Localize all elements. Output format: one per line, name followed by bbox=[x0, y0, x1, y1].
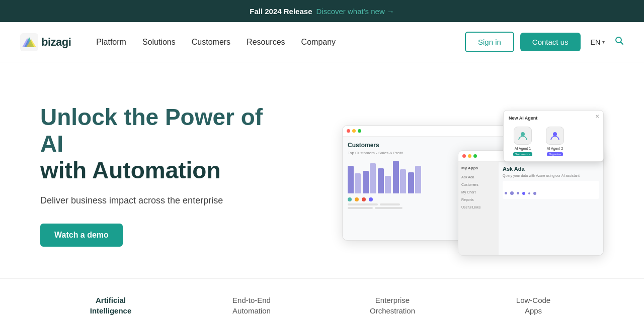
nav-link-platform[interactable]: Platform bbox=[96, 38, 126, 47]
chevron-down-icon: ▾ bbox=[602, 39, 605, 45]
my-apps-sidebar-title: My Apps bbox=[461, 166, 496, 170]
scatter-dot bbox=[517, 192, 519, 194]
bar-group-3 bbox=[378, 168, 391, 193]
watch-demo-button[interactable]: Watch a demo bbox=[40, 224, 123, 247]
bar bbox=[408, 172, 414, 193]
nav-links: Platform Solutions Customers Resources C… bbox=[96, 38, 465, 47]
hero-title-line2: with Automation bbox=[40, 157, 221, 183]
bar bbox=[385, 176, 391, 193]
line-placeholder bbox=[380, 203, 400, 205]
ai-agent-2-name: AI Agent 2 bbox=[547, 147, 563, 150]
banner-discover-link[interactable]: Discover what's new → bbox=[316, 7, 394, 16]
bar bbox=[378, 168, 384, 193]
feature-label-orchestration: EnterpriseOrchestration bbox=[322, 295, 463, 316]
scatter-dot bbox=[533, 192, 536, 195]
lang-label: EN bbox=[591, 38, 600, 46]
ai-agent-1-name: AI Agent 1 bbox=[515, 147, 531, 150]
window-dot-red bbox=[347, 129, 350, 133]
feature-item-ai: ArtificialIntelligence bbox=[40, 295, 181, 316]
svg-line-5 bbox=[621, 42, 623, 45]
ai-agent-card-1: AI Agent 1 Summarize bbox=[509, 127, 537, 156]
apps-content: My Apps Ask Ada Customers My Chart Repor… bbox=[458, 162, 603, 255]
feature-item-orchestration: EnterpriseOrchestration bbox=[322, 295, 463, 316]
sidebar-item-reports: Reports bbox=[461, 197, 496, 202]
ai-agent-2-badge: Organize bbox=[547, 152, 563, 156]
colored-dot bbox=[348, 197, 352, 201]
scatter-dot bbox=[522, 192, 525, 195]
window-dot-yellow bbox=[352, 129, 356, 133]
hero-title-line1: Unlock the Power of AI bbox=[40, 104, 263, 157]
nav-link-solutions[interactable]: Solutions bbox=[142, 38, 176, 47]
ai-agent-2-avatar bbox=[546, 127, 564, 145]
apps-main-panel: Ask Ada Query your data with Azure using… bbox=[499, 162, 603, 255]
sidebar-item-customers: Customers bbox=[461, 182, 496, 187]
hero-content: Unlock the Power of AI with Automation D… bbox=[40, 104, 282, 247]
scatter-dot bbox=[510, 191, 514, 195]
bar bbox=[348, 166, 354, 193]
ai-agent-popup-title: New AI Agent bbox=[509, 116, 598, 121]
colored-dot bbox=[362, 197, 366, 201]
ai-agent-1-badge: Summarize bbox=[513, 152, 532, 156]
scatter-dots bbox=[505, 189, 536, 197]
customers-window-title: Customers bbox=[348, 142, 518, 149]
lang-selector[interactable]: EN ▾ bbox=[591, 38, 605, 46]
sidebar-item-links: Useful Links bbox=[461, 204, 496, 210]
ask-ada-title: Ask Ada bbox=[503, 166, 599, 172]
agent-icon bbox=[549, 130, 560, 141]
search-icon bbox=[615, 36, 624, 45]
ai-agent-popup: ✕ New AI Agent AI Agent 1 Summarize bbox=[503, 110, 604, 162]
colored-dot bbox=[355, 197, 359, 201]
hero-section: Unlock the Power of AI with Automation D… bbox=[0, 62, 644, 278]
window-dot-yellow bbox=[468, 154, 471, 158]
signin-button[interactable]: Sign in bbox=[465, 32, 514, 52]
contact-button[interactable]: Contact us bbox=[520, 33, 581, 51]
top-banner: Fall 2024 Release Discover what's new → bbox=[0, 0, 644, 22]
line-placeholder bbox=[375, 207, 403, 209]
colored-dot bbox=[369, 197, 373, 201]
window-dot-red bbox=[462, 154, 466, 158]
hero-title: Unlock the Power of AI with Automation bbox=[40, 104, 282, 184]
ai-agent-1-avatar bbox=[514, 127, 532, 145]
bar bbox=[400, 169, 406, 193]
nav-link-customers[interactable]: Customers bbox=[192, 38, 230, 47]
dashboard-mockup: Customers Top Customers - Sales & Profit bbox=[342, 110, 604, 241]
banner-release-text: Fall 2024 Release bbox=[250, 7, 312, 16]
search-button[interactable] bbox=[615, 36, 624, 48]
nav-link-resources[interactable]: Resources bbox=[247, 38, 285, 47]
bar-group-1 bbox=[348, 166, 361, 193]
feature-label-ai: ArtificialIntelligence bbox=[40, 295, 181, 316]
nav-actions: Sign in Contact us EN ▾ bbox=[465, 32, 624, 52]
window-titlebar-main bbox=[343, 126, 523, 137]
hero-visual: Customers Top Customers - Sales & Profit bbox=[302, 110, 604, 241]
bar bbox=[355, 173, 361, 193]
nav-link-company[interactable]: Company bbox=[301, 38, 336, 47]
agent-icon bbox=[517, 130, 528, 141]
svg-point-6 bbox=[521, 132, 525, 136]
close-icon[interactable]: ✕ bbox=[595, 114, 599, 119]
bar bbox=[370, 163, 376, 193]
scatter-dot bbox=[505, 192, 507, 194]
feature-item-lowcode: Low-CodeApps bbox=[463, 295, 604, 316]
logo[interactable]: bizagi bbox=[20, 33, 71, 51]
svg-point-7 bbox=[553, 132, 557, 136]
bar bbox=[363, 171, 369, 193]
bar-group-2 bbox=[363, 163, 376, 193]
banner-discover-label: Discover what's new bbox=[316, 7, 385, 16]
hero-subtitle: Deliver business impact across the enter… bbox=[40, 194, 282, 207]
ai-agents-row: AI Agent 1 Summarize AI Agent 2 Organize bbox=[509, 127, 598, 156]
navbar: bizagi Platform Solutions Customers Reso… bbox=[0, 22, 644, 62]
bar-group-5 bbox=[408, 166, 421, 193]
sidebar-item-ask-ada: Ask Ada bbox=[461, 174, 496, 180]
bar bbox=[393, 161, 399, 193]
bar-group-4 bbox=[393, 161, 406, 193]
feature-item-automation: End-to-EndAutomation bbox=[181, 295, 322, 316]
mini-chart bbox=[503, 181, 599, 199]
apps-sidebar: My Apps Ask Ada Customers My Chart Repor… bbox=[458, 162, 499, 255]
line-placeholder bbox=[348, 203, 378, 205]
line-placeholder bbox=[348, 207, 373, 209]
window-dot-green bbox=[473, 154, 477, 158]
feature-label-lowcode: Low-CodeApps bbox=[463, 295, 604, 316]
ask-ada-subtitle: Query your data with Azure using our AI … bbox=[503, 173, 599, 178]
sidebar-item-chart: My Chart bbox=[461, 189, 496, 195]
bar bbox=[415, 166, 421, 193]
